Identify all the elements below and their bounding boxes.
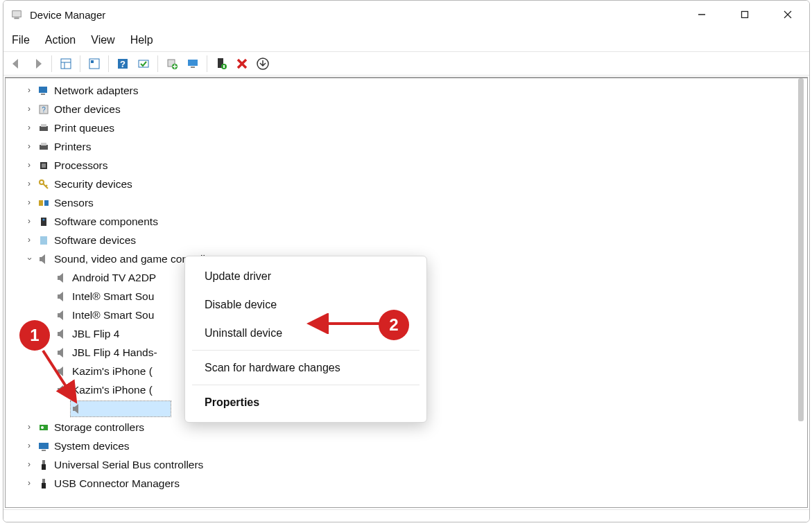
- chevron-right-icon[interactable]: ›: [21, 100, 37, 118]
- chevron-right-icon[interactable]: ›: [21, 118, 37, 137]
- update-driver-button[interactable]: [163, 55, 181, 73]
- toolbar-separator: [80, 55, 80, 72]
- sensor-icon: [37, 197, 50, 209]
- usb-icon: [37, 459, 50, 471]
- chevron-down-icon[interactable]: ›: [20, 251, 39, 267]
- chevron-right-icon[interactable]: ›: [21, 437, 37, 455]
- tree-label: Other devices: [54, 100, 121, 118]
- tree-item-other-devices[interactable]: ›?Other devices: [6, 100, 807, 118]
- chevron-right-icon[interactable]: ›: [21, 474, 37, 493]
- svg-text:?: ?: [42, 106, 46, 114]
- uninstall-device-button[interactable]: [254, 55, 272, 73]
- ctx-scan-hardware[interactable]: Scan for hardware changes: [185, 353, 426, 382]
- disable-device-button[interactable]: [233, 55, 251, 73]
- annotation-arrow-1: [36, 345, 85, 407]
- chevron-right-icon[interactable]: ›: [21, 175, 37, 193]
- annotation-arrow-2: [306, 313, 390, 334]
- chevron-right-icon[interactable]: ›: [21, 193, 37, 212]
- tree-label: Network adapters: [54, 81, 138, 100]
- enable-device-button[interactable]: [212, 55, 230, 73]
- app-icon: [10, 8, 23, 21]
- printer-icon: [37, 141, 50, 153]
- chevron-right-icon[interactable]: ›: [21, 137, 37, 156]
- usb-icon: [37, 477, 50, 490]
- toolbar-separator: [207, 55, 207, 72]
- svg-rect-10: [91, 60, 94, 63]
- chevron-right-icon[interactable]: ›: [21, 81, 37, 100]
- svg-rect-33: [44, 200, 49, 206]
- speaker-icon: [55, 309, 68, 322]
- tree-label: Software components: [54, 212, 158, 231]
- tree-item-security-devices[interactable]: ›Security devices: [6, 175, 807, 193]
- tree-item-network-adapters[interactable]: ›Network adapters: [6, 81, 807, 100]
- svg-rect-36: [40, 236, 47, 245]
- svg-line-45: [43, 351, 74, 399]
- tree-label: Software devices: [54, 231, 136, 249]
- tree-item-system-devices[interactable]: ›System devices: [6, 437, 807, 455]
- chevron-right-icon[interactable]: ›: [21, 156, 37, 175]
- device-tree[interactable]: ›Network adapters ›?Other devices ›Print…: [6, 78, 807, 493]
- unknown-device-icon: ?: [37, 103, 50, 116]
- ctx-separator: [192, 385, 420, 385]
- software-device-icon: [37, 234, 50, 247]
- tree-label: Intel® Smart Sou: [72, 306, 154, 324]
- tree-item-printers[interactable]: ›Printers: [6, 137, 807, 156]
- titlebar: Device Manager: [3, 1, 809, 28]
- svg-rect-0: [12, 11, 21, 17]
- back-button[interactable]: [8, 55, 26, 73]
- menu-file[interactable]: File: [12, 34, 30, 46]
- svg-rect-13: [139, 60, 148, 67]
- svg-rect-28: [41, 143, 46, 146]
- scrollbar-thumb[interactable]: [798, 78, 804, 421]
- tree-label: JBL Flip 4 Hands-: [72, 343, 157, 362]
- svg-rect-1: [14, 18, 19, 19]
- forward-button[interactable]: [28, 55, 46, 73]
- chevron-right-icon[interactable]: ›: [21, 212, 37, 231]
- tree-item-software-devices[interactable]: ›Software devices: [6, 231, 807, 249]
- svg-point-38: [41, 426, 44, 429]
- component-icon: [37, 215, 50, 228]
- ctx-update-driver[interactable]: Update driver: [185, 262, 426, 290]
- menu-help[interactable]: Help: [130, 34, 153, 46]
- tree-item-usb-controllers[interactable]: ›Universal Serial Bus controllers: [6, 455, 807, 474]
- menu-view[interactable]: View: [91, 34, 114, 46]
- tree-label: Printers: [54, 137, 91, 156]
- device-manager-window: Device Manager File Action View Help ?: [3, 0, 810, 522]
- svg-rect-30: [42, 164, 46, 168]
- svg-rect-32: [39, 200, 43, 206]
- chevron-right-icon[interactable]: ›: [21, 231, 37, 249]
- tree-label: USB Connector Managers: [54, 474, 180, 493]
- vertical-scrollbar[interactable]: [792, 78, 806, 507]
- close-button[interactable]: [766, 1, 809, 28]
- maximize-button[interactable]: [723, 1, 766, 28]
- monitor-button[interactable]: [184, 55, 202, 73]
- chevron-right-icon[interactable]: ›: [21, 455, 37, 474]
- svg-rect-16: [188, 60, 198, 66]
- properties-button[interactable]: [85, 55, 103, 73]
- scan-hardware-button[interactable]: [135, 55, 153, 73]
- menu-action[interactable]: Action: [45, 34, 76, 46]
- tree-item-software-components[interactable]: ›Software components: [6, 212, 807, 231]
- minimize-button[interactable]: [680, 1, 723, 28]
- tree-item-sensors[interactable]: ›Sensors: [6, 193, 807, 212]
- speaker-icon: [55, 272, 68, 284]
- tree-label: Storage controllers: [54, 418, 144, 437]
- ctx-properties[interactable]: Properties: [185, 388, 426, 416]
- printer-icon: [37, 122, 50, 134]
- toolbar-separator: [51, 55, 52, 72]
- help-button[interactable]: ?: [114, 55, 132, 73]
- status-bar: [3, 509, 809, 522]
- chevron-right-icon[interactable]: ›: [21, 418, 37, 437]
- svg-rect-40: [42, 450, 46, 451]
- svg-point-35: [43, 218, 45, 220]
- tree-item-print-queues[interactable]: ›Print queues: [6, 118, 807, 137]
- show-hide-tree-button[interactable]: [57, 55, 75, 73]
- tree-item-processors[interactable]: ›Processors: [6, 156, 807, 175]
- svg-rect-22: [41, 94, 45, 95]
- toolbar-separator: [108, 55, 109, 72]
- svg-rect-6: [61, 59, 71, 69]
- speaker-icon: [55, 328, 68, 340]
- tree-label: System devices: [54, 437, 130, 455]
- speaker-icon: [37, 253, 50, 265]
- tree-item-usb-connector-managers[interactable]: ›USB Connector Managers: [6, 474, 807, 493]
